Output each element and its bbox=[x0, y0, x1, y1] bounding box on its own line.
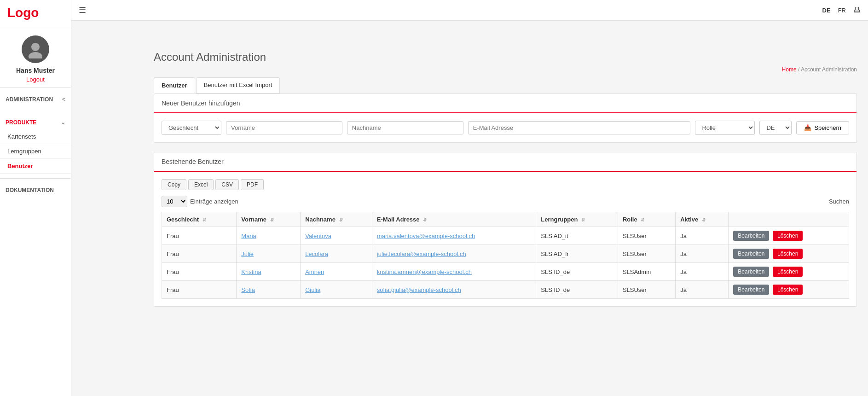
col-geschlecht[interactable]: Geschlecht ⇵ bbox=[162, 212, 237, 227]
sprache-select[interactable]: DE FR bbox=[759, 121, 792, 135]
table-row: Frau Maria Valentova maria.valentova@exa… bbox=[162, 227, 849, 245]
copy-button[interactable]: Copy bbox=[162, 179, 186, 190]
nav-header-produkte[interactable]: PRODUKTE ⌄ bbox=[0, 116, 71, 129]
nachname-input[interactable] bbox=[347, 121, 463, 134]
save-label: Speichern bbox=[814, 124, 841, 131]
printer-icon[interactable]: 🖶 bbox=[853, 6, 861, 14]
sidebar-item-benutzer[interactable]: Benutzer bbox=[0, 159, 71, 174]
entries-control: 10 25 50 100 Einträge anzeigen bbox=[162, 196, 238, 207]
hamburger-icon[interactable]: ☰ bbox=[79, 5, 86, 15]
sidebar-item-lerngruppen[interactable]: Lerngruppen bbox=[0, 144, 71, 159]
rolle-select[interactable]: Rolle SLSUser SLSAdmin bbox=[695, 121, 755, 135]
pdf-button[interactable]: PDF bbox=[241, 179, 264, 190]
cell-geschlecht: Frau bbox=[162, 245, 237, 263]
breadcrumb-home[interactable]: Home bbox=[782, 66, 797, 73]
users-table: Geschlecht ⇵ Vorname ⇵ Nachname ⇵ E-Ma bbox=[162, 212, 849, 299]
nav-header-dokumentation[interactable]: DOKUMENTATION bbox=[0, 183, 71, 197]
new-user-panel-body: Geschlecht Herr Frau Rolle SLSUser SLSAd… bbox=[154, 113, 856, 142]
table-body: Frau Maria Valentova maria.valentova@exa… bbox=[162, 227, 849, 299]
cell-geschlecht: Frau bbox=[162, 263, 237, 281]
col-rolle[interactable]: Rolle ⇵ bbox=[618, 212, 675, 227]
cell-vorname: Sofia bbox=[237, 281, 301, 299]
cell-actions: Bearbeiten Löschen bbox=[729, 227, 849, 245]
existing-users-panel-header: Bestehende Benutzer bbox=[154, 152, 856, 172]
cell-geschlecht: Frau bbox=[162, 281, 237, 299]
cell-aktive: Ja bbox=[676, 245, 729, 263]
cell-lerngruppen: SLS ID_de bbox=[536, 281, 618, 299]
tab-excel-import[interactable]: Benutzer mit Excel Import bbox=[196, 77, 280, 93]
lang-fr-button[interactable]: FR bbox=[838, 7, 846, 14]
excel-button[interactable]: Excel bbox=[188, 179, 214, 190]
sort-rolle-icon: ⇵ bbox=[641, 217, 644, 222]
cell-nachname: Giulia bbox=[301, 281, 372, 299]
new-user-panel: Neuer Benutzer hinzufügen Geschlecht Her… bbox=[154, 93, 857, 143]
cell-actions: Bearbeiten Löschen bbox=[729, 245, 849, 263]
chevron-icon: < bbox=[62, 96, 65, 103]
tabs: Benutzer Benutzer mit Excel Import bbox=[154, 77, 857, 93]
cell-aktive: Ja bbox=[676, 281, 729, 299]
lang-de-button[interactable]: DE bbox=[822, 7, 831, 14]
table-row: Frau Kristina Amnen kristina.amnen@examp… bbox=[162, 263, 849, 281]
cell-lerngruppen: SLS ID_de bbox=[536, 263, 618, 281]
nav-section-dokumentation: DOKUMENTATION bbox=[0, 178, 71, 202]
sort-nachname-icon: ⇵ bbox=[339, 217, 343, 222]
bearbeiten-button[interactable]: Bearbeiten bbox=[733, 267, 769, 277]
search-label: Suchen bbox=[829, 198, 849, 205]
save-button[interactable]: 📥 Speichern bbox=[796, 121, 849, 134]
cell-rolle: SLSAdmin bbox=[618, 263, 675, 281]
col-email[interactable]: E-Mail Adresse ⇵ bbox=[372, 212, 536, 227]
csv-button[interactable]: CSV bbox=[215, 179, 239, 190]
cell-rolle: SLSUser bbox=[618, 245, 675, 263]
bearbeiten-button[interactable]: Bearbeiten bbox=[733, 231, 769, 241]
bearbeiten-button[interactable]: Bearbeiten bbox=[733, 285, 769, 295]
bearbeiten-button[interactable]: Bearbeiten bbox=[733, 249, 769, 259]
cell-lerngruppen: SLS AD_it bbox=[536, 227, 618, 245]
avatar bbox=[22, 35, 49, 63]
entries-select[interactable]: 10 25 50 100 bbox=[162, 196, 187, 207]
nav-section-label-dokumentation: DOKUMENTATION bbox=[6, 187, 54, 193]
breadcrumb-current: Account Administration bbox=[801, 66, 857, 73]
sort-aktive-icon: ⇵ bbox=[702, 217, 706, 222]
logo: Logo bbox=[0, 0, 71, 26]
save-icon: 📥 bbox=[804, 124, 811, 131]
sidebar-item-kartensets[interactable]: Kartensets bbox=[0, 129, 71, 144]
cell-rolle: SLSUser bbox=[618, 227, 675, 245]
new-user-form: Geschlecht Herr Frau Rolle SLSUser SLSAd… bbox=[162, 121, 849, 135]
svg-point-1 bbox=[29, 52, 42, 58]
nav-section-label-produkte: PRODUKTE bbox=[6, 119, 36, 126]
loeschen-button[interactable]: Löschen bbox=[773, 267, 803, 277]
sort-geschlecht-icon: ⇵ bbox=[203, 217, 206, 222]
user-avatar-icon bbox=[26, 40, 45, 58]
sort-vorname-icon: ⇵ bbox=[270, 217, 274, 222]
col-aktive[interactable]: Aktive ⇵ bbox=[676, 212, 729, 227]
col-vorname[interactable]: Vorname ⇵ bbox=[237, 212, 301, 227]
page-title: Account Administration bbox=[154, 51, 857, 64]
existing-users-panel: Bestehende Benutzer Copy Excel CSV PDF 1… bbox=[154, 152, 857, 307]
col-lerngruppen[interactable]: Lerngruppen ⇵ bbox=[536, 212, 618, 227]
cell-vorname: Maria bbox=[237, 227, 301, 245]
cell-email: sofia.giulia@example-school.ch bbox=[372, 281, 536, 299]
cell-rolle: SLSUser bbox=[618, 281, 675, 299]
topbar: ☰ DE FR 🖶 bbox=[71, 0, 868, 21]
geschlecht-select[interactable]: Geschlecht Herr Frau bbox=[162, 121, 221, 135]
nav-section-label: ADMINISTRATION bbox=[6, 96, 53, 103]
nav-header-administration[interactable]: ADMINISTRATION < bbox=[0, 93, 71, 106]
table-row: Frau Julie Lecolara julie.lecolara@examp… bbox=[162, 245, 849, 263]
entries-label: Einträge anzeigen bbox=[190, 198, 238, 205]
logout-link[interactable]: Logout bbox=[26, 76, 45, 83]
loeschen-button[interactable]: Löschen bbox=[773, 285, 803, 295]
tab-benutzer[interactable]: Benutzer bbox=[154, 77, 195, 93]
col-actions bbox=[729, 212, 849, 227]
table-controls: 10 25 50 100 Einträge anzeigen Suchen bbox=[162, 196, 849, 207]
cell-email: kristina.amnen@example-school.ch bbox=[372, 263, 536, 281]
vorname-input[interactable] bbox=[226, 121, 342, 134]
cell-geschlecht: Frau bbox=[162, 227, 237, 245]
loeschen-button[interactable]: Löschen bbox=[773, 249, 803, 259]
loeschen-button[interactable]: Löschen bbox=[773, 231, 803, 241]
col-nachname[interactable]: Nachname ⇵ bbox=[301, 212, 372, 227]
email-input[interactable] bbox=[468, 121, 691, 134]
breadcrumb: Home / Account Administration bbox=[154, 66, 857, 73]
sort-lerngruppen-icon: ⇵ bbox=[581, 217, 585, 222]
table-header: Geschlecht ⇵ Vorname ⇵ Nachname ⇵ E-Ma bbox=[162, 212, 849, 227]
cell-actions: Bearbeiten Löschen bbox=[729, 263, 849, 281]
